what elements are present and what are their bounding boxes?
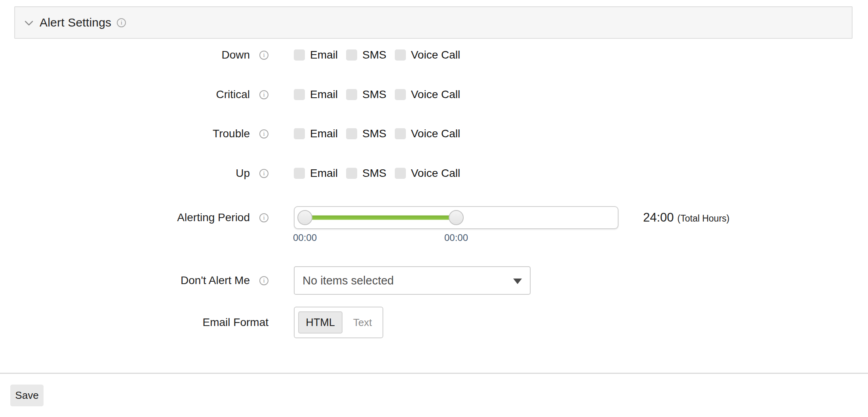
section-title: Alert Settings bbox=[40, 16, 111, 29]
checkbox-label[interactable]: Voice Call bbox=[411, 88, 461, 101]
total-hours: 24:00 (Total Hours) bbox=[643, 210, 729, 225]
checkbox[interactable] bbox=[294, 49, 305, 61]
checkbox[interactable] bbox=[395, 168, 406, 179]
checkbox-label[interactable]: SMS bbox=[362, 167, 386, 180]
row-label-critical: Critical bbox=[216, 88, 250, 101]
info-icon[interactable]: i bbox=[259, 90, 268, 99]
alert-row-up: Up i Email SMS Voice Call bbox=[0, 167, 868, 180]
slider-end-time: 00:00 bbox=[444, 232, 468, 243]
caret-down-icon bbox=[513, 279, 522, 284]
email-format-row: Email Format HTML Text bbox=[0, 307, 868, 338]
info-icon[interactable]: i bbox=[259, 213, 268, 222]
checkbox[interactable] bbox=[395, 49, 406, 61]
checkbox-label[interactable]: SMS bbox=[362, 88, 386, 101]
row-label-trouble: Trouble bbox=[213, 127, 250, 140]
checkbox-label[interactable]: Voice Call bbox=[411, 49, 461, 61]
checkbox[interactable] bbox=[395, 128, 406, 139]
total-hours-value: 24:00 bbox=[643, 210, 674, 225]
row-label-dont-alert-me: Don't Alert Me bbox=[181, 274, 250, 287]
checkbox-label[interactable]: Voice Call bbox=[411, 127, 461, 140]
checkbox-label[interactable]: Voice Call bbox=[411, 167, 461, 180]
email-format-html-button[interactable]: HTML bbox=[298, 311, 343, 334]
alerting-period-slider[interactable]: 00:00 00:00 bbox=[294, 206, 619, 229]
info-icon[interactable]: i bbox=[117, 18, 126, 27]
critical-sms-checkbox-item[interactable]: SMS bbox=[346, 88, 386, 101]
trouble-sms-checkbox-item[interactable]: SMS bbox=[346, 127, 386, 140]
trouble-voice-call-checkbox-item[interactable]: Voice Call bbox=[395, 127, 461, 140]
checkbox[interactable] bbox=[294, 128, 305, 139]
checkbox-label[interactable]: Email bbox=[310, 167, 338, 180]
down-voice-call-checkbox-item[interactable]: Voice Call bbox=[395, 49, 461, 61]
alerting-period-row: Alerting Period i 00:00 00:00 24:00 (Tot… bbox=[0, 206, 868, 229]
alert-row-trouble: Trouble i Email SMS Voice Call bbox=[0, 127, 868, 140]
save-button[interactable]: Save bbox=[10, 385, 44, 406]
up-voice-call-checkbox-item[interactable]: Voice Call bbox=[395, 167, 461, 180]
alert-settings-section-header[interactable]: Alert Settings i bbox=[14, 6, 853, 39]
email-format-text-button[interactable]: Text bbox=[343, 317, 383, 329]
row-label-up: Up bbox=[236, 167, 250, 180]
down-email-checkbox-item[interactable]: Email bbox=[294, 49, 338, 61]
slider-handle-start[interactable] bbox=[297, 210, 312, 225]
checkbox[interactable] bbox=[395, 89, 406, 100]
checkbox-label[interactable]: SMS bbox=[362, 49, 386, 61]
checkbox-label[interactable]: Email bbox=[310, 127, 338, 140]
alert-row-down: Down i Email SMS Voice Call bbox=[0, 49, 868, 61]
up-email-checkbox-item[interactable]: Email bbox=[294, 167, 338, 180]
total-hours-suffix: (Total Hours) bbox=[678, 213, 730, 224]
email-format-toggle: HTML Text bbox=[294, 307, 383, 338]
slider-start-time: 00:00 bbox=[293, 232, 317, 243]
checkbox-label[interactable]: Email bbox=[310, 49, 338, 61]
trouble-email-checkbox-item[interactable]: Email bbox=[294, 127, 338, 140]
info-icon[interactable]: i bbox=[259, 169, 268, 178]
row-label-down: Down bbox=[221, 49, 250, 61]
chevron-down-icon[interactable] bbox=[25, 21, 33, 26]
slider-range-bar bbox=[305, 216, 456, 220]
critical-email-checkbox-item[interactable]: Email bbox=[294, 88, 338, 101]
info-icon[interactable]: i bbox=[259, 129, 268, 138]
alert-settings-page: Alert Settings i Down i Email SMS Voice … bbox=[0, 0, 868, 417]
checkbox-label[interactable]: SMS bbox=[362, 127, 386, 140]
checkbox[interactable] bbox=[294, 89, 305, 100]
checkbox-label[interactable]: Email bbox=[310, 88, 338, 101]
info-icon[interactable]: i bbox=[259, 276, 268, 285]
dont-alert-me-row: Don't Alert Me i No items selected bbox=[0, 266, 868, 295]
up-sms-checkbox-item[interactable]: SMS bbox=[346, 167, 386, 180]
dropdown-selected-value: No items selected bbox=[303, 274, 394, 287]
dont-alert-me-dropdown[interactable]: No items selected bbox=[294, 266, 531, 295]
checkbox[interactable] bbox=[346, 168, 357, 179]
footer-divider bbox=[0, 373, 868, 374]
info-icon[interactable]: i bbox=[259, 51, 268, 60]
slider-handle-end[interactable] bbox=[449, 210, 464, 225]
critical-voice-call-checkbox-item[interactable]: Voice Call bbox=[395, 88, 461, 101]
row-label-email-format: Email Format bbox=[203, 316, 268, 329]
row-label-alerting-period: Alerting Period bbox=[177, 211, 250, 224]
checkbox[interactable] bbox=[346, 49, 357, 61]
checkbox[interactable] bbox=[294, 168, 305, 179]
checkbox[interactable] bbox=[346, 89, 357, 100]
alert-row-critical: Critical i Email SMS Voice Call bbox=[0, 88, 868, 101]
checkbox[interactable] bbox=[346, 128, 357, 139]
down-sms-checkbox-item[interactable]: SMS bbox=[346, 49, 386, 61]
